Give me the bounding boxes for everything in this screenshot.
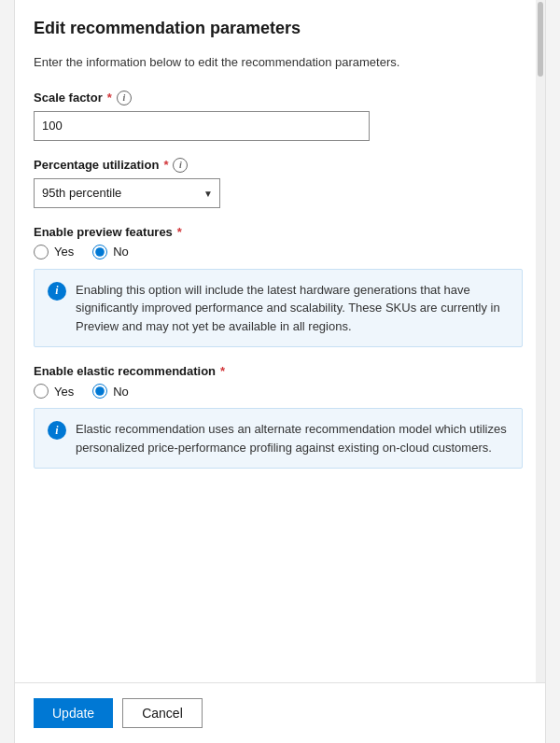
- update-button[interactable]: Update: [34, 698, 113, 728]
- info-circle-icon-2: i: [48, 421, 66, 440]
- scrollbar[interactable]: [536, 0, 545, 743]
- footer: Update Cancel: [15, 682, 545, 743]
- enable-elastic-label: Enable elastic recommendation *: [34, 364, 523, 378]
- enable-elastic-yes-label[interactable]: Yes: [34, 384, 74, 399]
- edit-panel: Edit recommendation parameters Enter the…: [14, 0, 546, 743]
- enable-elastic-info-text: Elastic recommendation uses an alternate…: [76, 420, 509, 456]
- enable-preview-required: *: [177, 225, 182, 239]
- percentage-utilization-label: Percentage utilization * i: [34, 158, 523, 173]
- enable-preview-no-label[interactable]: No: [92, 245, 129, 259]
- enable-preview-label: Enable preview features *: [34, 225, 523, 239]
- enable-preview-group: Enable preview features * Yes No i Enabl…: [34, 225, 523, 348]
- enable-elastic-no-radio[interactable]: [92, 384, 107, 399]
- scale-factor-required: *: [107, 91, 112, 105]
- percentage-utilization-required: *: [163, 158, 168, 172]
- scale-factor-group: Scale factor * i: [34, 91, 523, 141]
- enable-preview-radio-group: Yes No: [34, 245, 523, 259]
- enable-preview-yes-label[interactable]: Yes: [34, 245, 74, 259]
- enable-elastic-no-label[interactable]: No: [92, 384, 129, 399]
- enable-elastic-group: Enable elastic recommendation * Yes No i…: [34, 364, 523, 469]
- enable-elastic-info-box: i Elastic recommendation uses an alterna…: [34, 408, 523, 469]
- scale-factor-input[interactable]: [34, 111, 370, 141]
- percentage-utilization-select[interactable]: 50th percentile 75th percentile 90th per…: [34, 178, 220, 208]
- enable-elastic-required: *: [220, 364, 225, 378]
- scale-factor-label: Scale factor * i: [34, 91, 523, 105]
- intro-text: Enter the information below to edit the …: [34, 53, 523, 72]
- info-circle-icon: i: [48, 282, 66, 301]
- percentage-utilization-info-icon[interactable]: i: [173, 158, 188, 173]
- enable-preview-info-box: i Enabling this option will include the …: [34, 269, 523, 348]
- enable-preview-no-radio[interactable]: [92, 245, 107, 259]
- enable-preview-info-text: Enabling this option will include the la…: [76, 281, 509, 336]
- enable-elastic-radio-group: Yes No: [34, 384, 523, 399]
- enable-preview-yes-radio[interactable]: [34, 245, 49, 259]
- percentage-utilization-select-wrapper: 50th percentile 75th percentile 90th per…: [34, 178, 220, 208]
- percentage-utilization-group: Percentage utilization * i 50th percenti…: [34, 158, 523, 208]
- scale-factor-info-icon[interactable]: i: [117, 91, 132, 105]
- panel-title: Edit recommendation parameters: [34, 19, 523, 38]
- enable-elastic-yes-radio[interactable]: [34, 384, 49, 399]
- scrollbar-thumb: [538, 2, 543, 77]
- cancel-button[interactable]: Cancel: [122, 698, 203, 728]
